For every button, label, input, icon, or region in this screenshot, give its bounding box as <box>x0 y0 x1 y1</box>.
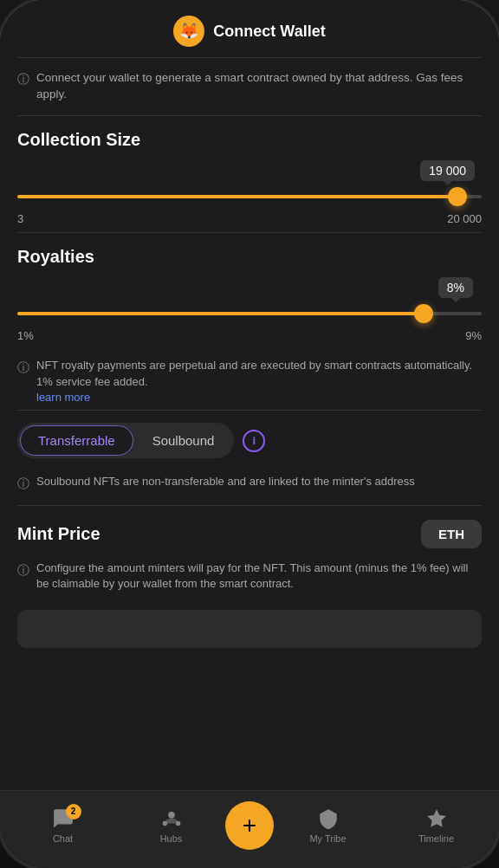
collection-size-slider[interactable]: 19 000 <box>17 164 482 209</box>
partial-input-row <box>0 610 499 657</box>
royalties-info-text: NFT royalty payments are perpetual and a… <box>36 358 482 407</box>
plus-button[interactable]: + <box>225 801 274 850</box>
nav-item-hubs[interactable]: Hubs <box>117 807 225 844</box>
timeline-icon-wrap <box>425 807 448 830</box>
chat-badge: 2 <box>66 804 81 819</box>
collection-size-fill <box>17 195 457 198</box>
tribe-label: My Tribe <box>309 833 346 844</box>
connect-wallet-title: Connect Wallet <box>213 23 325 41</box>
toggle-info-icon[interactable]: i <box>243 430 265 452</box>
bottom-nav: 2 Chat Hubs + <box>0 790 499 868</box>
royalties-bubble: 8% <box>438 277 473 298</box>
tribe-icon <box>317 807 340 830</box>
collection-size-min: 3 <box>17 212 23 225</box>
phone-frame: 🦊 Connect Wallet ⓘ Connect your wallet t… <box>0 0 499 868</box>
collection-size-track <box>17 195 482 198</box>
info-icon-soulbound: ⓘ <box>17 475 29 492</box>
nav-item-tribe[interactable]: My Tribe <box>274 807 382 844</box>
royalties-fill <box>17 312 424 315</box>
info-icon-royalties: ⓘ <box>17 359 29 376</box>
eth-badge[interactable]: ETH <box>421 520 482 548</box>
collection-size-title: Collection Size <box>17 130 482 150</box>
mint-price-input[interactable] <box>17 610 482 648</box>
royalties-thumb[interactable] <box>414 304 433 323</box>
royalties-max: 9% <box>465 329 482 342</box>
chat-icon-wrap: 2 <box>52 807 75 830</box>
nav-item-timeline[interactable]: Timeline <box>382 807 490 844</box>
toggle-group: Transferrable Soulbound <box>17 423 234 458</box>
royalties-track <box>17 312 482 315</box>
mint-price-title: Mint Price <box>17 524 100 544</box>
top-header: 🦊 Connect Wallet <box>0 0 499 57</box>
svg-marker-3 <box>427 809 446 827</box>
hubs-icon <box>160 807 183 830</box>
soulbound-info-text: Soulbound NFTs are non-transferable and … <box>36 474 415 490</box>
wallet-info-row: ⓘ Connect your wallet to generate a smar… <box>0 58 499 115</box>
content-area: 🦊 Connect Wallet ⓘ Connect your wallet t… <box>0 0 499 790</box>
collection-size-max: 20 000 <box>447 212 482 225</box>
timeline-icon <box>425 807 448 830</box>
collection-size-bubble: 19 000 <box>420 160 475 181</box>
mint-price-info-text: Configure the amount minters will pay fo… <box>36 560 482 593</box>
info-icon-mint: ⓘ <box>17 561 29 579</box>
wallet-info-text: Connect your wallet to generate a smart … <box>36 70 482 103</box>
svg-point-0 <box>168 811 175 818</box>
royalties-section: Royalties 8% 1% 9% <box>0 233 499 349</box>
toggle-section: Transferrable Soulbound i <box>0 411 499 470</box>
plus-icon: + <box>243 812 256 839</box>
mint-price-info-row: ⓘ Configure the amount minters will pay … <box>17 560 482 602</box>
mint-price-section: Mint Price ETH ⓘ Configure the amount mi… <box>0 506 499 611</box>
soulbound-info-row: ⓘ Soulbound NFTs are non-transferable an… <box>0 470 499 504</box>
mint-price-header: Mint Price ETH <box>17 520 482 548</box>
royalties-slider[interactable]: 8% <box>17 281 482 326</box>
transferrable-btn[interactable]: Transferrable <box>20 425 133 456</box>
royalties-info-row: ⓘ NFT royalty payments are perpetual and… <box>0 349 499 411</box>
hubs-label: Hubs <box>160 833 183 844</box>
tribe-icon-wrap <box>317 807 340 830</box>
wallet-icon: 🦊 <box>173 16 204 47</box>
info-icon-wallet: ⓘ <box>17 71 29 88</box>
royalties-title: Royalties <box>17 247 482 267</box>
phone-screen: 🦊 Connect Wallet ⓘ Connect your wallet t… <box>0 0 499 868</box>
chat-label: Chat <box>53 833 73 844</box>
soulbound-btn[interactable]: Soulbound <box>135 425 232 456</box>
collection-size-thumb[interactable] <box>448 187 467 206</box>
collection-size-section: Collection Size 19 000 3 20 000 <box>0 116 499 232</box>
hubs-icon-wrap <box>160 807 183 830</box>
nav-item-chat[interactable]: 2 Chat <box>9 807 117 844</box>
royalties-min: 1% <box>17 329 34 342</box>
learn-more-link[interactable]: learn more <box>36 391 90 404</box>
collection-size-labels: 3 20 000 <box>17 212 482 225</box>
timeline-label: Timeline <box>418 833 454 844</box>
royalties-labels: 1% 9% <box>17 329 482 342</box>
